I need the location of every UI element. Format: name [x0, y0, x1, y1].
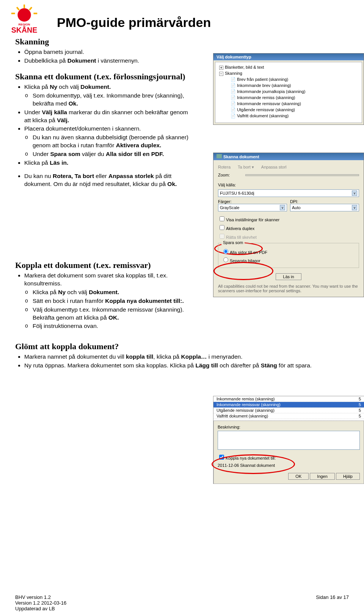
footer-updated: Uppdaterad av LB — [15, 606, 66, 611]
footer-page-number: Sidan 16 av 17 — [316, 594, 349, 611]
highlight-ellipse — [213, 262, 273, 280]
list-item: Öppna barnets journal. — [24, 48, 190, 56]
list-item: Följ instruktionerna ovan. — [33, 322, 190, 330]
kalla-dropdown[interactable]: FUJITSU fi-6130djv — [218, 189, 359, 197]
tab-tabort[interactable]: Ta bort ▾ — [238, 164, 254, 170]
zoom-slider[interactable] — [245, 174, 359, 176]
page-footer: BHV version 1.2 Version 1.2 2012-03-16 U… — [15, 594, 349, 611]
dialog-valj-dokumenttyp: Välj dokumenttyp +Blanketter, bild & tex… — [213, 53, 364, 125]
spara-som-label: Spara som — [221, 240, 245, 245]
ok-button[interactable]: OK — [288, 473, 309, 480]
scanner-info-text: All capabilities could not be read from … — [218, 284, 359, 293]
aktivera-duplex-checkbox[interactable]: Aktivera duplex — [218, 224, 359, 231]
chevron-down-icon: v — [352, 191, 357, 196]
ratta-checkbox[interactable]: Rätta till skevhet — [218, 233, 359, 240]
tree-item[interactable]: Inkommande journalkopia (skanning) — [231, 89, 358, 95]
tree-item[interactable]: Inkommande remiss (skanning) — [231, 95, 358, 101]
beskrivning-field[interactable] — [218, 431, 360, 450]
beskrivning-label: Beskrivning: — [218, 425, 360, 429]
svg-rect-3 — [16, 7, 20, 11]
list-item: Klicka på Ny och välj Dokument. — [33, 288, 190, 296]
visa-checkbox[interactable]: Visa inställningar för skanner — [218, 215, 359, 222]
dialog-title: Välj dokumenttyp — [213, 54, 364, 60]
svg-rect-4 — [33, 13, 37, 14]
list-item: Som dokumenttyp, välj t.ex. Inkommande b… — [33, 92, 190, 108]
tab-rotera[interactable]: Rotera — [218, 164, 231, 170]
farger-label: Färger: — [218, 199, 287, 204]
tree-item[interactable]: Valfritt dokument (skanning) — [231, 113, 358, 119]
tree-item[interactable]: Inkommande brev (skanning) — [231, 83, 358, 89]
list-item[interactable]: Inkommande remissvar (skanning)5 — [213, 402, 364, 408]
page: REGION SKÅNE PMO-guide primärvården Skan… — [0, 0, 364, 386]
list-item: Sätt en bock i rutan framför Koppla nya … — [33, 297, 190, 305]
las-in-button[interactable]: Läs in — [276, 273, 301, 280]
zoom-label: Zoom: — [218, 173, 241, 177]
tree-item[interactable]: Utgående remissvar (skanning) — [231, 107, 358, 113]
list-item[interactable]: Utgående remissvar (skanning)5 — [213, 408, 364, 413]
list-item[interactable]: Inkommande remiss (skanning)5 — [213, 396, 364, 402]
list-item: Under Spara som väljer du Alla sidor til… — [33, 150, 190, 158]
skane-logo: REGION SKÅNE — [8, 4, 41, 39]
heading-glomt: Glömt att koppla dokument? — [15, 342, 334, 351]
footer-date: Version 1.2 2012-03-16 — [15, 600, 66, 606]
list-item: Klicka på Läs in. — [24, 159, 190, 167]
list-item: Markera namnet på dokumentet du vill kop… — [24, 353, 334, 361]
svg-text:SKÅNE: SKÅNE — [11, 25, 37, 34]
tree-item[interactable]: Brev från patient (skanning) — [231, 77, 358, 83]
chevron-down-icon: v — [280, 205, 285, 210]
svg-rect-5 — [11, 13, 15, 14]
list-item: Placera dokumentet/dokumenten i skannern… — [24, 125, 190, 158]
list-item: Markera det dokument som svaret ska kopp… — [24, 272, 190, 330]
tab-anpassa[interactable]: Anpassa storl — [261, 164, 287, 170]
list-item: Ny ruta öppnas. Markera dokumentet som s… — [24, 362, 334, 370]
heading-skanna: Skanna ett dokument (t.ex. förlossningsj… — [15, 72, 190, 82]
dialog-koppla: Inkommande remiss (skanning)5 Inkommande… — [213, 396, 364, 484]
svg-point-0 — [17, 8, 31, 22]
farger-dropdown[interactable]: GrayScalev — [218, 204, 287, 211]
ingen-button[interactable]: Ingen — [310, 473, 335, 480]
dpi-label: DPI: — [290, 199, 359, 204]
collapse-icon[interactable]: − — [219, 72, 223, 76]
list-item: Klicka på Ny och välj Dokument. Som doku… — [24, 83, 190, 108]
tree[interactable]: +Blanketter, bild & text −Skanning Brev … — [215, 62, 362, 123]
dialog-skanna-dokument: Skanna dokument Rotera Ta bort ▾ Anpassa… — [213, 153, 364, 297]
list-item[interactable]: Valfritt dokument (skanning)5 — [213, 413, 364, 419]
list-item: Dubbelklicka på Dokument i vänstermenyn. — [24, 57, 190, 65]
doc-title: PMO-guide primärvården — [57, 15, 349, 30]
svg-rect-1 — [24, 5, 25, 8]
tree-item[interactable]: Inkommande remissvar (skanning) — [231, 101, 358, 107]
alla-sidor-radio[interactable]: Alla sidor till en PDF — [221, 248, 356, 255]
dialog-title: Skanna dokument — [213, 153, 364, 160]
heading-koppla: Koppla ett dokument (t.ex. remissvar) — [15, 260, 190, 270]
hjalp-button[interactable]: Hjälp — [336, 473, 360, 480]
expand-icon[interactable]: + — [219, 66, 223, 70]
heading-skanning: Skanning — [15, 37, 190, 47]
highlight-ellipse — [212, 454, 295, 474]
dpi-dropdown[interactable]: Autov — [290, 204, 359, 211]
chevron-down-icon: ▾ — [252, 165, 254, 169]
list-item: Välj dokumenttyp t.ex. Inkommande remiss… — [33, 306, 190, 322]
list-item: Du kan nu även skanna dubbelsidigt (bero… — [33, 134, 190, 150]
svg-rect-2 — [29, 7, 32, 11]
footer-version: BHV version 1.2 — [15, 594, 66, 600]
list-item: Du kan nu Rotera, Ta bort eller Anpassa … — [24, 172, 190, 188]
kalla-label: Välj källa: — [218, 183, 236, 187]
chevron-down-icon: v — [352, 205, 357, 210]
list-item: Under Välj källa markerar du din skanner… — [24, 109, 190, 124]
